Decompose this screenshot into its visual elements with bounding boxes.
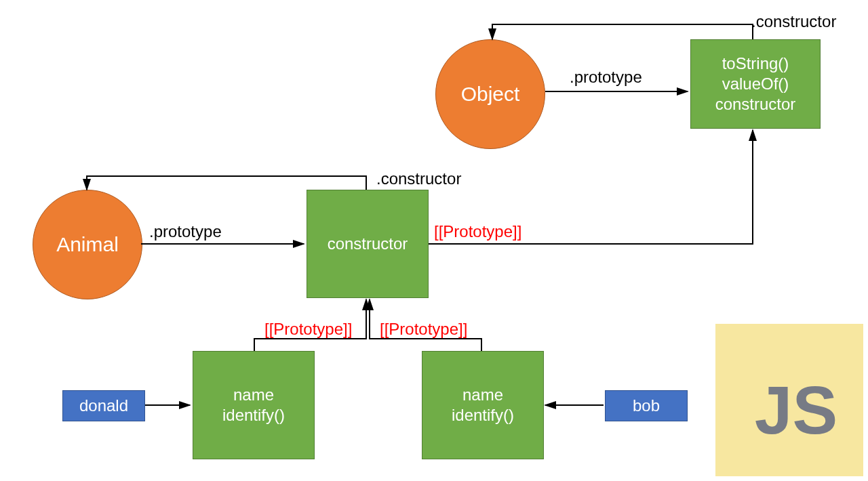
instance-right-line2: identify()	[452, 405, 514, 425]
js-badge-text: JS	[755, 371, 837, 449]
label-object-constructor: .constructor	[751, 12, 836, 31]
object-circle-label: Object	[461, 83, 520, 106]
label-object-prototype: .prototype	[570, 68, 642, 87]
instance-right-box: name identify()	[422, 351, 544, 459]
object-circle: Object	[435, 39, 545, 149]
animal-circle-label: Animal	[56, 233, 119, 256]
label-animal-prototype: .prototype	[149, 222, 222, 241]
animal-prototype-label: constructor	[328, 234, 408, 254]
donald-var-label: donald	[79, 396, 128, 415]
label-right-instance-proto: [[Prototype]]	[380, 320, 467, 339]
instance-left-box: name identify()	[193, 351, 315, 459]
js-badge-box: JS	[715, 324, 863, 476]
label-animal-constructor: .constructor	[376, 169, 461, 188]
object-prototype-line1: toString()	[722, 54, 789, 74]
donald-var-box: donald	[62, 390, 145, 421]
object-prototype-line2: valueOf()	[722, 74, 789, 94]
bob-var-label: bob	[633, 396, 660, 415]
object-prototype-box: toString() valueOf() constructor	[690, 39, 821, 129]
bob-var-box: bob	[605, 390, 688, 421]
instance-left-line2: identify()	[222, 405, 285, 425]
label-animal-proto-chain: [[Prototype]]	[434, 222, 521, 241]
label-left-instance-proto: [[Prototype]]	[264, 320, 352, 339]
instance-left-line1: name	[233, 385, 274, 405]
animal-prototype-box: constructor	[307, 190, 429, 298]
object-prototype-line3: constructor	[715, 94, 796, 114]
instance-right-line1: name	[462, 385, 503, 405]
animal-circle: Animal	[33, 190, 142, 299]
